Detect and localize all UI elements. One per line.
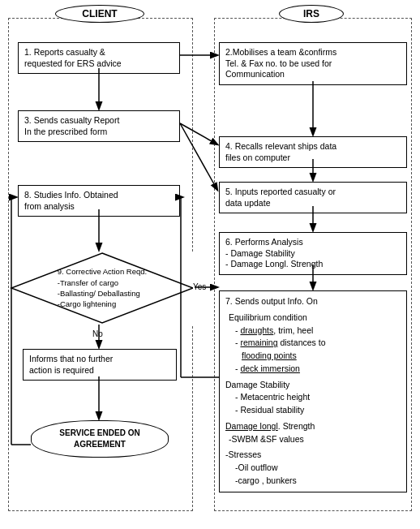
irs-header: IRS (279, 5, 344, 23)
no-label: No (92, 329, 103, 338)
ds-item-1: - Metacentric height (235, 391, 401, 404)
yes-label: Yes (193, 282, 206, 291)
box-6: 6. Performs Analysis - Damage Stability … (219, 232, 407, 275)
eq-item-2b: flooding points (242, 350, 401, 363)
dl-item-1: -SWBM &SF values (229, 433, 401, 446)
eq-item-1: - draughts, trim, heel (235, 325, 401, 338)
eq-condition-title: Equilibrium condition (229, 312, 401, 325)
box-3: 3. Sends casualty Report In the prescrib… (18, 110, 180, 142)
eq-item-3: - deck immersion (235, 363, 401, 376)
box-5: 5. Inputs reported casualty or data upda… (219, 182, 407, 213)
dl-item-2: -Stresses (225, 449, 401, 462)
box-no-action: Informs that no further action is requir… (23, 349, 177, 381)
box-8: 8. Studies Info. Obtained from analysis (18, 185, 180, 217)
damage-longl-title: Damage longl. Strength (225, 420, 401, 433)
eq-item-2: - remaining distances to (235, 337, 401, 350)
service-ended: SERVICE ENDED ON AGREEMENT (31, 420, 169, 458)
box-1: 1. Reports casualty & requested for ERS … (18, 42, 180, 74)
diamond-9-text: 9. Corrective Action Reqd. -Transfer of … (58, 267, 147, 308)
box-7: 7. Sends output Info. On Equilibrium con… (219, 290, 407, 492)
box-4: 4. Recalls relevant ships data files on … (219, 136, 407, 168)
client-header: CLIENT (55, 5, 144, 23)
box-2: 2.Mobilises a team &confirms Tel. & Fax … (219, 42, 407, 85)
dl-item-3: -Oil outflow (235, 462, 401, 475)
diamond-9: 9. Corrective Action Reqd. -Transfer of … (10, 252, 195, 325)
ds-item-2: - Residual stability (235, 404, 401, 417)
box-7-title: 7. Sends output Info. On (225, 295, 401, 308)
flow-diagram: CLIENT IRS 1. Reports casualty & request… (6, 0, 414, 516)
dl-item-4: -cargo , bunkers (235, 475, 401, 488)
damage-stability-title: Damage Stability (225, 379, 401, 392)
